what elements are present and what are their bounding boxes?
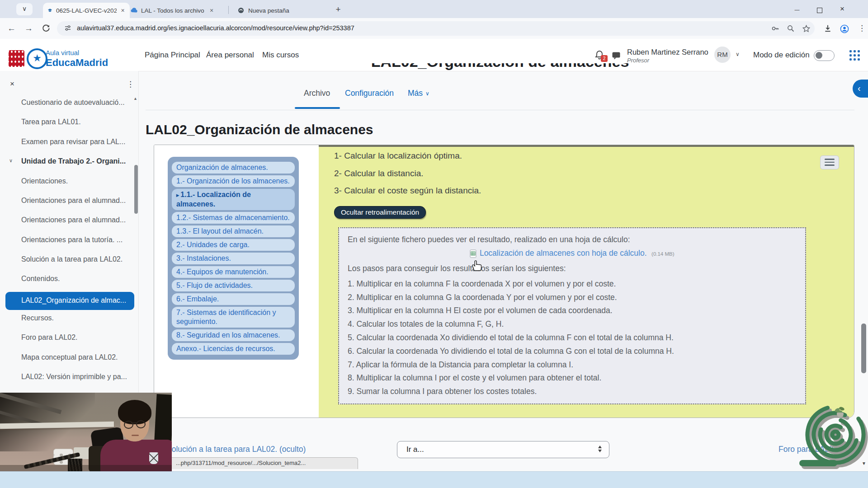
resource-content-box: Organización de almacenes. 1.- Organizac… xyxy=(154,145,854,418)
floating-menu-icon[interactable] xyxy=(820,155,839,169)
back-button[interactable]: ← xyxy=(7,23,16,33)
browser-menu-icon[interactable]: ⋮ xyxy=(858,23,866,33)
tab-archivo[interactable]: Archivo xyxy=(304,89,330,98)
sidebar-item[interactable]: Tarea para LAL01. xyxy=(0,118,138,130)
webcam-person-glasses xyxy=(131,422,137,423)
educamadrid-logo[interactable] xyxy=(27,48,47,69)
edit-mode-toggle[interactable] xyxy=(814,50,835,61)
sidebar-item[interactable]: Orientaciones para la tutoría. ... xyxy=(0,236,138,248)
tab-title: Nueva pestaña xyxy=(248,7,289,14)
sidebar-item[interactable]: Orientaciones. xyxy=(0,177,138,189)
drawer-close-icon[interactable] xyxy=(10,80,14,89)
feedback-steps: 1. Multiplicar en la columna F la coorde… xyxy=(348,277,797,399)
sidebar-item[interactable]: Orientaciones para el alumnad... xyxy=(0,197,138,208)
browser-tab-3[interactable]: Nueva pestaña xyxy=(233,3,323,18)
bookmark-star-icon[interactable] xyxy=(802,24,811,33)
window-close-button[interactable] xyxy=(835,5,849,14)
download-icon[interactable] xyxy=(824,24,832,33)
tab-search-button[interactable] xyxy=(16,3,33,15)
toc-item[interactable]: Anexo.- Licencias de recursos. xyxy=(172,343,295,355)
zoom-icon[interactable] xyxy=(787,24,795,33)
browser-profile-icon[interactable] xyxy=(840,24,849,33)
toc-item[interactable]: 1.3.- El layout del almacén. xyxy=(172,225,295,237)
sidebar-item[interactable]: Recursos. xyxy=(0,314,138,326)
toc-item[interactable]: 2.- Unidades de carga. xyxy=(172,239,295,251)
apps-grid-icon[interactable] xyxy=(848,49,860,61)
webcam-person-mouth xyxy=(132,435,139,436)
sidebar-item[interactable]: Cuestionario de autoevaluació... xyxy=(0,99,138,110)
site-permissions-icon[interactable] xyxy=(64,24,71,32)
nav-mis-cursos[interactable]: Mis cursos xyxy=(262,51,299,60)
user-role: Profesor xyxy=(627,57,649,64)
tab-close-icon[interactable] xyxy=(120,7,125,14)
sidebar-item[interactable]: LAL02: Versión imprimible y pa... xyxy=(0,373,138,385)
toc-item[interactable]: 4.- Equipos de manutención. xyxy=(172,266,295,278)
sidebar-item[interactable]: Mapa conceptual para LAL02. xyxy=(0,353,138,365)
chevron-down-icon[interactable] xyxy=(425,90,429,97)
window-minimize-button[interactable] xyxy=(790,5,804,14)
select-arrows-icon xyxy=(598,446,602,452)
nav-pagina-principal[interactable]: Página Principal xyxy=(145,51,200,60)
browser-tab-2[interactable]: LAL - Todos los archivos - Archi xyxy=(126,3,235,18)
plant-icon xyxy=(833,405,847,419)
moodle-cap-favicon xyxy=(47,7,52,14)
drawer-scroll-up-icon[interactable] xyxy=(133,96,137,101)
brand-educamadrid[interactable]: EducaMadrid xyxy=(46,57,108,69)
forward-button[interactable]: → xyxy=(24,23,33,33)
brand-aula-virtual: Aula virtual xyxy=(46,49,79,56)
hide-feedback-button[interactable]: Ocultar retroalimentación xyxy=(334,206,426,219)
file-download-link[interactable]: Localización de almacenes con hoja de cá… xyxy=(480,249,647,258)
toc-item[interactable]: 1.- Organización de los almacenes. xyxy=(172,175,295,187)
toc-item[interactable]: 3.- Instalaciones. xyxy=(172,253,295,264)
cloud-favicon xyxy=(130,7,137,14)
sidebar-item[interactable]: Foro para LAL02. xyxy=(0,333,138,345)
lesson-steps: 1- Calcular la localización óptima. 2- C… xyxy=(334,147,481,200)
toc-item[interactable]: 1.2.- Sistemas de almacenamiento. xyxy=(172,212,295,224)
toc-item[interactable]: 8.- Seguridad en los almacenes. xyxy=(172,329,295,341)
drawer-scrollbar[interactable] xyxy=(134,165,138,214)
url-text[interactable]: aulavirtual37.educa.madrid.org/ies.ignac… xyxy=(77,24,354,32)
toc-column: Organización de almacenes. 1.- Organizac… xyxy=(154,145,319,418)
content-top-border xyxy=(319,145,854,147)
avatar[interactable]: RM xyxy=(714,47,731,63)
toc-item[interactable]: Organización de almacenes. xyxy=(172,162,295,174)
browser-tab-active[interactable]: 0625-LAL-GVEC-v2025-26: LAL xyxy=(43,3,130,18)
sidebar-item[interactable]: Examen para revisar para LAL... xyxy=(0,138,138,150)
user-name[interactable]: Ruben Martinez Serrano xyxy=(627,48,708,56)
previous-activity-link[interactable]: Solución a la tarea para LAL02. (oculto) xyxy=(166,445,306,454)
edit-mode-label: Modo de edición xyxy=(753,51,810,60)
user-menu-chevron-icon[interactable] xyxy=(736,51,740,57)
sidebar-section-unidad-2[interactable]: Unidad de Trabajo 2.- Organi... xyxy=(0,157,138,169)
nav-area-personal[interactable]: Área personal xyxy=(206,51,254,60)
drawer-options-icon[interactable] xyxy=(127,80,134,89)
chevron-down-icon[interactable] xyxy=(9,158,13,164)
messages-icon[interactable] xyxy=(611,51,621,61)
feedback-box: En el siguiente fichero puedes ver el re… xyxy=(338,227,806,404)
toc-item[interactable]: 5.- Flujo de actividades. xyxy=(172,280,295,291)
notification-badge: 2 xyxy=(601,55,608,62)
jump-to-select[interactable]: Ir a... xyxy=(397,441,609,458)
new-tab-button[interactable] xyxy=(332,4,344,15)
toc-item[interactable]: 7.- Sistemas de identificación y seguimi… xyxy=(172,307,295,328)
sidebar-item[interactable]: Contenidos. xyxy=(0,275,138,286)
sidebar-item[interactable]: Solución a la tarea para LAL02. xyxy=(0,255,138,267)
toc-item-active[interactable]: 1.1.- Localización de almacenes. xyxy=(172,189,295,210)
tab-mas[interactable]: Más xyxy=(408,89,423,98)
window-maximize-button[interactable] xyxy=(813,6,826,15)
webcam-person-hair xyxy=(119,413,150,421)
open-block-drawer-button[interactable] xyxy=(853,80,868,98)
password-key-icon[interactable] xyxy=(771,24,779,33)
windows-taskbar xyxy=(0,471,868,488)
lesson-content-area: 1- Calcular la localización óptima. 2- C… xyxy=(319,145,854,418)
sidebar-item-selected[interactable]: LAL02_Organización de almac... xyxy=(5,292,134,310)
file-size: (0.14 MB) xyxy=(651,251,675,257)
tab-close-icon[interactable] xyxy=(208,7,215,14)
page-scrollbar[interactable] xyxy=(861,324,866,373)
toc-item[interactable]: 6.- Embalaje. xyxy=(172,293,295,305)
tab-title: 0625-LAL-GVEC-v2025-26: LAL xyxy=(56,7,117,14)
feedback-steps-intro: Los pasos para conseguir los resultados … xyxy=(348,264,797,273)
sidebar-item[interactable]: Orientaciones para el alumnad... xyxy=(0,216,138,228)
clipped-course-heading: LAL02_Organización de almacenes xyxy=(146,63,854,71)
refresh-button[interactable] xyxy=(42,24,50,33)
tab-configuracion[interactable]: Configuración xyxy=(345,89,394,98)
